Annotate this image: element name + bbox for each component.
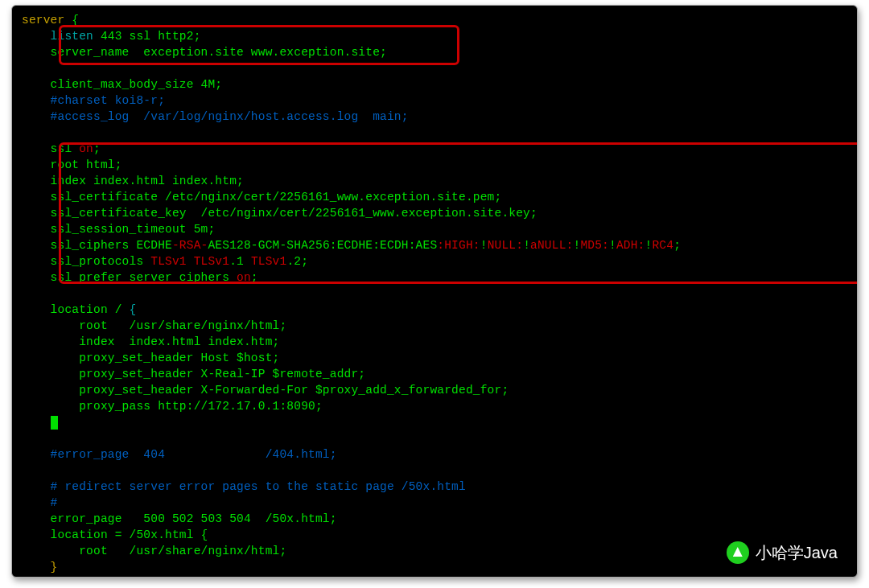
- comment-charset: #charset koi8-r;: [22, 94, 165, 107]
- directive-ssl: ssl: [22, 142, 79, 155]
- listen-value: 443 ssl http2;: [93, 30, 201, 43]
- directive-ssl-protocols: ssl_protocols: [22, 255, 150, 268]
- directive-proxy-set-header-xreal: proxy_set_header X-Real-IP $remote_addr;: [22, 368, 365, 380]
- directive-root: root html;: [22, 158, 122, 171]
- directive-ssl-certificate-key: ssl_certificate_key /etc/nginx/cert/2256…: [22, 207, 537, 220]
- wechat-icon: [727, 541, 749, 564]
- directive-location-50x: location = /50x.html {: [22, 528, 208, 541]
- directive-server-name: server_name exception.site www.exception…: [22, 46, 387, 59]
- directive-root-loc: root /usr/share/nginx/html;: [22, 319, 286, 332]
- directive-listen: listen: [22, 30, 93, 43]
- comment-access-log: #access_log /var/log/nginx/host.access.l…: [22, 110, 409, 123]
- directive-proxy-set-header-xfwd: proxy_set_header X-Forwarded-For $proxy_…: [22, 384, 509, 397]
- directive-index-loc: index index.html index.htm;: [22, 335, 279, 348]
- directive-location: location /: [22, 303, 130, 316]
- directive-proxy-pass: proxy_pass http://172.17.0.1:8090;: [22, 400, 323, 413]
- directive-index: index index.html index.htm;: [22, 175, 244, 187]
- keyword-server: server: [22, 14, 64, 27]
- comment-error-page-404: #error_page 404 /404.html;: [22, 448, 337, 461]
- directive-proxy-set-header-host: proxy_set_header Host $host;: [22, 352, 279, 364]
- terminal-window: server { listen 443 ssl http2; server_na…: [11, 5, 858, 578]
- brace-close: }: [51, 561, 58, 574]
- nginx-config-code: server { listen 443 ssl http2; server_na…: [22, 12, 681, 575]
- directive-client-max-body-size: client_max_body_size 4M;: [22, 78, 222, 91]
- comment-hash: #: [22, 496, 58, 509]
- brace: {: [64, 14, 79, 27]
- directive-ssl-prefer-server-ciphers: ssl_prefer_server_ciphers: [22, 271, 237, 284]
- watermark-text: 小哈学Java: [756, 545, 838, 561]
- brace: {: [130, 303, 137, 316]
- directive-ssl-certificate: ssl_certificate /etc/nginx/cert/2256161_…: [22, 191, 501, 204]
- value-on: on: [79, 142, 93, 155]
- directive-root-50x: root /usr/share/nginx/html;: [22, 545, 286, 557]
- watermark: 小哈学Java: [727, 541, 838, 564]
- editor-cursor: [51, 416, 58, 430]
- comment-redirect-note: # redirect server error pages to the sta…: [22, 480, 466, 493]
- directive-ssl-session-timeout: ssl_session_timeout 5m;: [22, 223, 215, 236]
- directive-error-page-500: error_page 500 502 503 504 /50x.html;: [22, 512, 337, 525]
- directive-ssl-ciphers: ssl_ciphers ECDHE: [22, 239, 172, 252]
